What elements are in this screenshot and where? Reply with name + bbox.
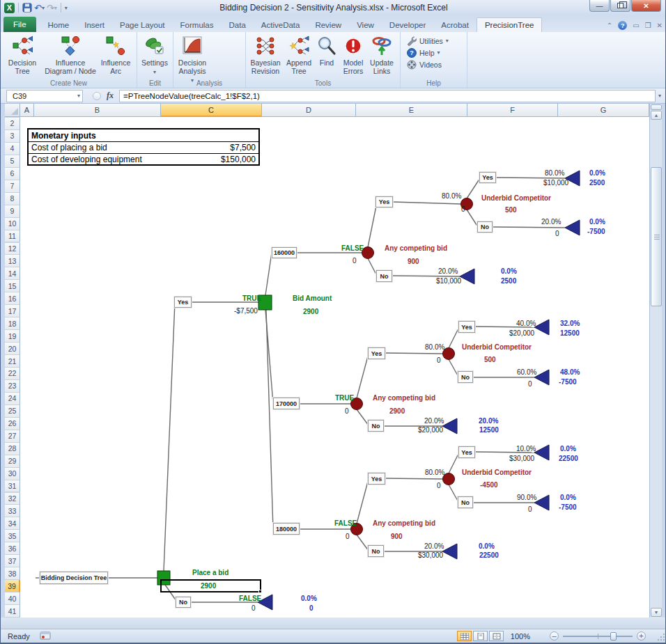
- tree-branch-box[interactable]: 170000: [273, 398, 300, 409]
- help-button[interactable]: ? Help▾: [406, 47, 449, 58]
- row-header-15[interactable]: 15: [5, 280, 20, 292]
- row-header-10[interactable]: 10: [5, 218, 20, 230]
- close-workbook-icon[interactable]: ✕: [657, 22, 663, 29]
- influence-diagram-button[interactable]: Influence Diagram / Node: [42, 33, 98, 77]
- ribbon-tab-home[interactable]: Home: [40, 17, 77, 32]
- row-header-30[interactable]: 30: [5, 468, 20, 480]
- row-header-9[interactable]: 9: [5, 205, 20, 218]
- ribbon-tab-review[interactable]: Review: [307, 17, 349, 32]
- ribbon-tab-activedata[interactable]: ActiveData: [254, 17, 308, 32]
- row-header-6[interactable]: 6: [5, 168, 20, 180]
- zoom-out-button[interactable]: –: [550, 631, 559, 641]
- row-header-21[interactable]: 21: [5, 355, 20, 368]
- zoom-track[interactable]: [563, 636, 633, 637]
- vscroll-up-arrow[interactable]: ▲: [651, 111, 662, 120]
- ribbon-tab-insert[interactable]: Insert: [77, 17, 112, 32]
- row-header-22[interactable]: 22: [5, 368, 20, 380]
- save-icon[interactable]: [22, 3, 32, 13]
- tree-branch-box[interactable]: No: [458, 496, 473, 508]
- row-header-8[interactable]: 8: [5, 193, 20, 205]
- restore-workbook-icon[interactable]: ❐: [645, 22, 651, 29]
- normal-view-button[interactable]: [457, 631, 472, 641]
- influence-arc-button[interactable]: Influence Arc: [98, 33, 133, 77]
- row-header-2[interactable]: 2: [5, 118, 20, 130]
- row-header-18[interactable]: 18: [5, 317, 20, 330]
- row-header-24[interactable]: 24: [5, 393, 20, 405]
- tree-branch-box[interactable]: No: [458, 371, 473, 383]
- row-header-31[interactable]: 31: [5, 480, 20, 493]
- tree-branch-box[interactable]: No: [176, 597, 191, 608]
- tree-branch-box[interactable]: No: [376, 270, 392, 282]
- row-header-13[interactable]: 13: [5, 255, 20, 267]
- minimize-workbook-icon[interactable]: ▭: [633, 22, 639, 29]
- column-header-E[interactable]: E: [356, 104, 467, 117]
- vscroll-split-handle[interactable]: [651, 104, 662, 110]
- insert-function-icon[interactable]: fx: [107, 91, 114, 101]
- row-header-26[interactable]: 26: [5, 418, 20, 430]
- utilities-button[interactable]: Utilities▾: [406, 36, 449, 46]
- tree-branch-box[interactable]: Yes: [375, 196, 393, 207]
- file-tab[interactable]: File: [3, 17, 36, 32]
- decision-analysis-button[interactable]: Decision Analysis ▾: [175, 33, 210, 85]
- close-window-button[interactable]: ✕: [631, 0, 661, 12]
- tree-branch-box[interactable]: Bidding Decision Tree: [40, 572, 108, 584]
- row-header-41[interactable]: 41: [5, 605, 20, 618]
- row-header-7[interactable]: 7: [5, 180, 20, 193]
- tree-branch-box[interactable]: Yes: [174, 297, 192, 308]
- zoom-level[interactable]: 100%: [511, 632, 530, 641]
- update-links-button[interactable]: Update Links: [367, 33, 396, 77]
- row-header-14[interactable]: 14: [5, 267, 20, 280]
- vscroll-thumb[interactable]: [651, 167, 662, 306]
- ribbon-tab-developer[interactable]: Developer: [382, 17, 433, 32]
- minimize-window-button[interactable]: —: [589, 0, 610, 12]
- row-header-4[interactable]: 4: [5, 143, 20, 155]
- row-header-11[interactable]: 11: [5, 230, 20, 243]
- column-header-A[interactable]: A: [20, 104, 34, 117]
- sheet-area[interactable]: [20, 117, 649, 618]
- tree-branch-box[interactable]: Yes: [368, 347, 385, 359]
- row-header-27[interactable]: 27: [5, 430, 20, 443]
- tree-branch-box[interactable]: Yes: [479, 172, 496, 183]
- excel-logo-icon[interactable]: X: [4, 3, 15, 13]
- row-header-16[interactable]: 16: [5, 292, 20, 305]
- ribbon-tab-view[interactable]: View: [349, 17, 382, 32]
- row-header-23[interactable]: 23: [5, 380, 20, 393]
- redo-button[interactable]: ↷▾: [47, 3, 57, 13]
- row-header-17[interactable]: 17: [5, 305, 20, 317]
- append-tree-button[interactable]: Append Tree: [284, 33, 314, 77]
- restore-window-button[interactable]: [610, 0, 630, 12]
- row-header-25[interactable]: 25: [5, 405, 20, 418]
- row-header-28[interactable]: 28: [5, 443, 20, 455]
- page-layout-view-button[interactable]: [473, 631, 488, 641]
- zoom-thumb[interactable]: [610, 632, 617, 641]
- row-header-29[interactable]: 29: [5, 455, 20, 468]
- row-header-20[interactable]: 20: [5, 343, 20, 355]
- ribbon-tab-precisiontree[interactable]: PrecisionTree: [477, 17, 543, 32]
- tree-branch-box[interactable]: No: [477, 221, 493, 233]
- row-header-35[interactable]: 35: [5, 530, 20, 542]
- vertical-scrollbar[interactable]: ▲ ▼: [649, 104, 662, 618]
- page-break-view-button[interactable]: [489, 631, 504, 641]
- active-cell-selection[interactable]: [160, 579, 261, 592]
- expand-formula-bar-icon[interactable]: ▾: [658, 93, 661, 99]
- column-header-F[interactable]: F: [467, 104, 558, 117]
- formula-input[interactable]: =PTreeNodeValue(treeCalc_1!$F$2,1): [119, 90, 656, 102]
- resize-grip[interactable]: [657, 633, 665, 641]
- row-header-19[interactable]: 19: [5, 330, 20, 343]
- undo-button[interactable]: ↶▾: [34, 3, 45, 13]
- column-header-C[interactable]: C: [161, 104, 262, 117]
- row-header-36[interactable]: 36: [5, 542, 20, 555]
- row-header-12[interactable]: 12: [5, 243, 20, 256]
- ribbon-tab-data[interactable]: Data: [222, 17, 254, 32]
- fill-handle[interactable]: [258, 590, 262, 593]
- tree-branch-box[interactable]: 160000: [272, 247, 297, 258]
- row-header-33[interactable]: 33: [5, 505, 20, 517]
- row-header-40[interactable]: 40: [5, 592, 20, 605]
- name-box[interactable]: C39▾: [6, 90, 83, 102]
- tree-branch-box[interactable]: 180000: [273, 523, 300, 535]
- bayesian-revision-button[interactable]: Bayesian Revision: [247, 33, 284, 77]
- zoom-in-button[interactable]: +: [637, 631, 646, 641]
- column-header-D[interactable]: D: [262, 104, 356, 117]
- ribbon-tab-page-layout[interactable]: Page Layout: [112, 17, 173, 32]
- name-box-dropdown-icon[interactable]: ▾: [77, 93, 80, 99]
